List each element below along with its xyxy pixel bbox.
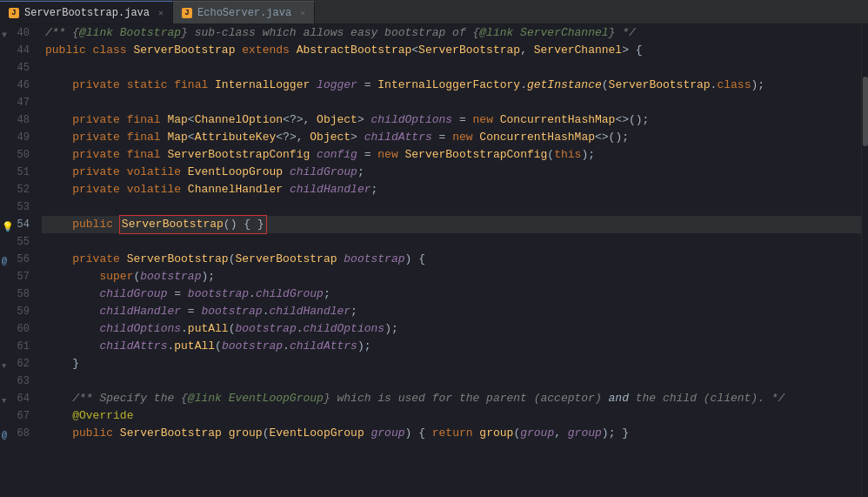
gutter-45: 45 [0, 59, 35, 77]
gutter-51: 51 [0, 164, 35, 181]
code-line-47 [42, 94, 861, 111]
gutter-46: 46 [0, 77, 35, 94]
gutter-49: 49 [0, 129, 35, 146]
code-line-63 [42, 373, 861, 390]
gutter-54: 💡 54 [0, 216, 35, 233]
gutter-64: ▼ 64 [0, 390, 35, 407]
tab-close-2[interactable]: ✕ [300, 8, 305, 18]
code-line-60: childOptions.putAll(bootstrap.childOptio… [42, 320, 861, 338]
java-icon-2: J [182, 8, 192, 18]
gutter-59: 59 [0, 303, 35, 320]
gutter-55: 55 [0, 233, 35, 251]
tab-echo-server[interactable]: J EchoServer.java ✕ [173, 1, 315, 24]
tab-label-1: ServerBootstrap.java [24, 7, 150, 19]
code-line-54: public ServerBootstrap() { } [42, 216, 861, 233]
gutter-47: 47 [0, 94, 35, 111]
at-icon-68[interactable]: @ [2, 427, 7, 445]
gutter-53: 53 [0, 198, 35, 216]
gutter-60: 60 [0, 320, 35, 338]
code-line-46: private static final InternalLogger logg… [42, 77, 861, 94]
code-line-40: /** {@link Bootstrap} sub-class which al… [42, 24, 861, 42]
gutter-58: 58 [0, 285, 35, 303]
tab-label-2: EchoServer.java [197, 7, 291, 19]
code-line-53 [42, 198, 861, 216]
gutter-50: 50 [0, 146, 35, 164]
gutter-67: 67 [0, 407, 35, 425]
code-line-45 [42, 59, 861, 77]
code-line-59: childHandler = bootstrap.childHandler; [42, 303, 861, 320]
gutter-44: 44 [0, 42, 35, 59]
gutter-40: ▼ 40 [0, 24, 35, 42]
vertical-scrollbar[interactable] [861, 24, 868, 497]
code-line-49: private final Map<AttributeKey<?>, Objec… [42, 129, 861, 146]
tab-close-1[interactable]: ✕ [158, 8, 164, 18]
code-line-67: @Override [42, 407, 861, 425]
code-line-57: super(bootstrap); [42, 268, 861, 285]
cursor-selection: ServerBootstrap() { } [120, 216, 266, 233]
scrollbar-thumb[interactable] [863, 77, 868, 146]
code-line-51: private volatile EventLoopGroup childGro… [42, 164, 861, 181]
tab-server-bootstrap[interactable]: J ServerBootstrap.java ✕ [0, 1, 173, 24]
gutter-63: 63 [0, 373, 35, 390]
code-line-61: childAttrs.putAll(bootstrap.childAttrs); [42, 338, 861, 355]
code-line-52: private volatile ChannelHandler childHan… [42, 181, 861, 198]
gutter-52: 52 [0, 181, 35, 198]
code-line-44: public class ServerBootstrap extends Abs… [42, 42, 861, 59]
code-line-62: } [42, 355, 861, 373]
gutter-68: @ 68 [0, 425, 35, 442]
code-line-48: private final Map<ChannelOption<?>, Obje… [42, 111, 861, 129]
gutter-48: 48 [0, 111, 35, 129]
gutter-61: 61 [0, 338, 35, 355]
code-content[interactable]: /** {@link Bootstrap} sub-class which al… [42, 24, 861, 497]
code-line-58: childGroup = bootstrap.childGroup; [42, 285, 861, 303]
gutter-57: 57 [0, 268, 35, 285]
tab-bar: J ServerBootstrap.java ✕ J EchoServer.ja… [0, 0, 868, 24]
code-line-55 [42, 233, 861, 251]
line-number-gutter: ▼ 40 44 45 46 47 48 49 50 51 52 53 💡 54 … [0, 24, 42, 497]
code-line-68: public ServerBootstrap group(EventLoopGr… [42, 425, 861, 442]
gutter-62: ▼ 62 [0, 355, 35, 373]
gutter-56: @ 56 [0, 251, 35, 268]
java-icon-1: J [9, 8, 19, 18]
code-area: ▼ 40 44 45 46 47 48 49 50 51 52 53 💡 54 … [0, 24, 868, 497]
code-line-56: private ServerBootstrap(ServerBootstrap … [42, 251, 861, 268]
code-line-64: /** Specify the {@link EventLoopGroup} w… [42, 390, 861, 407]
code-line-50: private final ServerBootstrapConfig conf… [42, 146, 861, 164]
